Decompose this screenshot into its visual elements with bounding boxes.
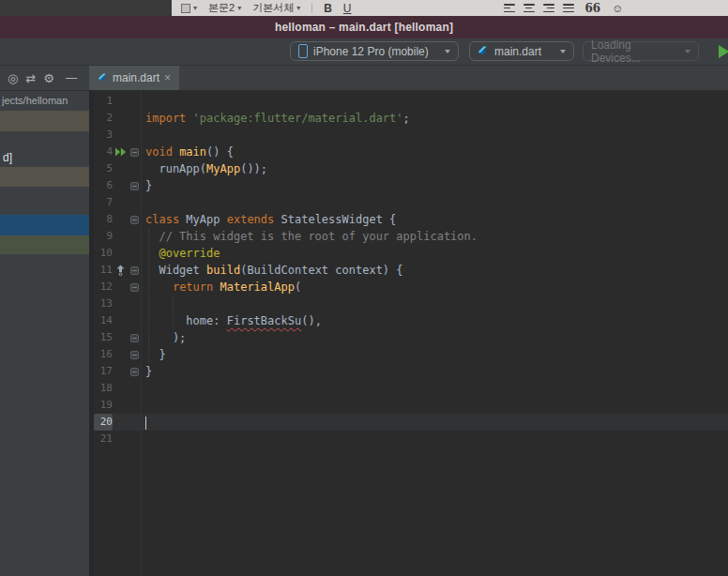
align-center-icon[interactable] [523, 4, 535, 12]
fold-marker[interactable]: − [129, 283, 141, 292]
background-app-toolbar: ▾ 본문2 ▾ 기본서체 ▾ B U 66 ☺ [172, 0, 728, 16]
line-number: 9 [94, 228, 113, 245]
window-title: helloman – main.dart [helloman] [275, 21, 453, 34]
project-root-label[interactable]: jects/helloman [2, 95, 68, 106]
override-gutter-icon[interactable] [113, 265, 129, 276]
gutter: 6− [94, 177, 141, 194]
gutter: 20 [94, 414, 141, 431]
run-gutter-icon[interactable] [113, 147, 129, 157]
gutter: 12− [94, 279, 141, 296]
code-line[interactable]: 6−} [94, 177, 728, 194]
align-justify-icon[interactable] [563, 4, 574, 12]
line-number: 20 [94, 414, 113, 431]
fold-marker[interactable]: − [129, 368, 141, 376]
code-line[interactable]: 3 [94, 127, 728, 144]
close-icon[interactable]: × [164, 72, 171, 83]
code-line[interactable]: 20 [94, 414, 728, 431]
paragraph-style-button[interactable]: ▾ [181, 4, 197, 13]
chevron-down-icon: ▾ [237, 5, 241, 12]
code-editor[interactable]: 12import 'package:flutter/material.dart'… [94, 91, 728, 576]
code-line[interactable]: 15− ); [94, 329, 728, 346]
font-value: 기본서체 [252, 1, 294, 15]
gutter: 4− [94, 144, 141, 160]
gutter: 1 [94, 93, 141, 110]
run-config-selector[interactable]: main.dart [469, 41, 574, 61]
title-bar: helloman – main.dart [helloman] [0, 16, 728, 38]
tab-main-dart[interactable]: main.dart × [89, 66, 179, 90]
code-line[interactable]: 5 runApp(MyApp()); [94, 160, 728, 177]
code-text: } [141, 363, 152, 380]
fold-marker[interactable]: − [129, 266, 141, 275]
code-text [141, 127, 145, 144]
swap-icon[interactable]: ⇄ [25, 72, 36, 84]
hide-panel-icon[interactable]: — [66, 72, 77, 83]
run-button[interactable] [719, 45, 728, 58]
emoji-button[interactable]: ☺ [612, 2, 623, 15]
chevron-down-icon: ▾ [193, 5, 197, 12]
fold-marker[interactable]: − [129, 148, 141, 157]
gutter: 11− [94, 262, 141, 279]
project-panel: jects/helloman d] [0, 91, 89, 576]
project-tree-item[interactable]: d] [3, 151, 12, 164]
devices-loading-selector[interactable]: Loading Devices... [583, 41, 699, 61]
code-line[interactable]: 14 home: FirstBackSu(), [94, 312, 728, 329]
line-number: 17 [94, 363, 113, 380]
gutter: 8− [94, 211, 141, 228]
code-line[interactable]: 18 [94, 380, 728, 397]
align-left-icon[interactable] [504, 4, 515, 12]
line-number: 7 [94, 194, 113, 211]
fold-marker[interactable]: − [129, 216, 141, 224]
project-tree-row[interactable] [0, 235, 89, 254]
line-number: 10 [94, 245, 113, 262]
code-line[interactable]: 9 // This widget is the root of your app… [94, 228, 728, 245]
bold-button[interactable]: B [324, 2, 332, 15]
code-text [141, 194, 145, 211]
underline-button[interactable]: U [343, 2, 352, 15]
code-line[interactable]: 16− } [94, 346, 728, 363]
code-text: return MaterialApp( [141, 279, 301, 296]
quote-button[interactable]: 66 [585, 2, 601, 15]
gutter: 18 [94, 380, 141, 397]
code-line[interactable]: 4−void main() { [94, 144, 728, 160]
locate-icon[interactable]: ◎ [8, 72, 18, 84]
line-number: 18 [94, 380, 113, 397]
device-selector[interactable]: iPhone 12 Pro (mobile) [290, 41, 459, 61]
gutter: 9 [94, 228, 141, 245]
gutter: 17− [94, 363, 141, 380]
background-window-strip: ▾ 본문2 ▾ 기본서체 ▾ B U 66 ☺ [0, 0, 728, 16]
line-number: 5 [94, 160, 113, 177]
code-line[interactable]: 7 [94, 194, 728, 211]
gear-icon[interactable]: ⚙ [43, 72, 54, 84]
code-line[interactable]: 21 [94, 431, 728, 447]
code-text [141, 93, 145, 110]
text-style-select[interactable]: 본문2 ▾ [208, 1, 241, 15]
code-line[interactable]: 13 [94, 296, 728, 312]
code-text: } [141, 346, 166, 363]
project-tree-row[interactable] [0, 167, 89, 187]
fold-marker[interactable]: − [129, 351, 141, 359]
caret [145, 417, 146, 430]
fold-marker[interactable]: − [129, 334, 141, 342]
code-text: import 'package:flutter/material.dart'; [141, 110, 410, 127]
align-right-icon[interactable] [543, 4, 554, 12]
code-line[interactable]: 19 [94, 397, 728, 414]
code-line[interactable]: 17−} [94, 363, 728, 380]
gutter: 15− [94, 329, 141, 346]
code-text [141, 296, 145, 312]
font-select[interactable]: 기본서체 ▾ [252, 1, 300, 15]
code-line[interactable]: 8−class MyApp extends StatelessWidget { [94, 211, 728, 228]
project-tree-row-selected[interactable] [0, 215, 89, 235]
fold-marker[interactable]: − [129, 182, 141, 190]
device-selector-label: iPhone 12 Pro (mobile) [313, 45, 429, 58]
code-text [141, 431, 145, 447]
code-line[interactable]: 2import 'package:flutter/material.dart'; [94, 110, 728, 127]
code-line[interactable]: 10 @override [94, 245, 728, 262]
code-line[interactable]: 12− return MaterialApp( [94, 279, 728, 296]
gutter: 10 [94, 245, 141, 262]
run-toolbar: iPhone 12 Pro (mobile) main.dart Loading… [0, 38, 728, 66]
line-number: 19 [94, 397, 113, 414]
code-text: class MyApp extends StatelessWidget { [141, 211, 396, 228]
project-tree-row[interactable] [0, 111, 89, 131]
code-line[interactable]: 11− Widget build(BuildContext context) { [94, 262, 728, 279]
code-line[interactable]: 1 [94, 93, 728, 110]
